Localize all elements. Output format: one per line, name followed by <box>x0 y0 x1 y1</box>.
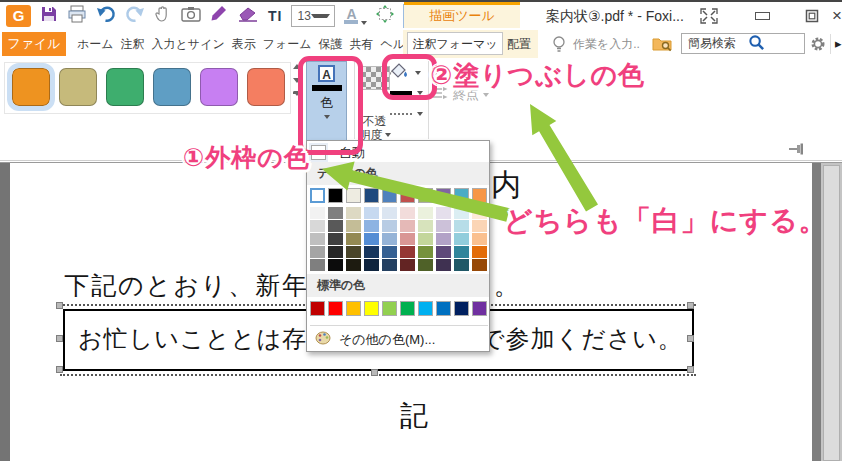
color-swatch[interactable] <box>328 246 343 258</box>
color-swatch[interactable] <box>436 207 451 219</box>
color-swatch[interactable] <box>418 246 433 258</box>
text-tool-icon[interactable]: TI <box>268 8 282 24</box>
color-swatch[interactable] <box>454 246 469 258</box>
color-swatch[interactable] <box>436 220 451 232</box>
color-swatch[interactable] <box>106 68 144 106</box>
color-swatch[interactable] <box>400 220 415 232</box>
color-swatch[interactable] <box>364 220 379 232</box>
more-colors-item[interactable]: その他の色(M)... <box>307 328 489 351</box>
color-swatch[interactable] <box>364 188 379 203</box>
color-swatch[interactable] <box>382 188 397 203</box>
chevron-down-icon[interactable] <box>311 14 331 18</box>
color-swatch[interactable] <box>200 68 238 106</box>
tab-share[interactable]: 共有 <box>350 36 374 53</box>
color-swatch[interactable] <box>328 207 343 219</box>
color-swatch[interactable] <box>59 68 97 106</box>
color-swatch[interactable] <box>418 220 433 232</box>
color-swatch[interactable] <box>328 301 343 316</box>
color-swatch[interactable] <box>436 188 451 203</box>
tab-protect[interactable]: 保護 <box>319 36 343 53</box>
tab-view[interactable]: 表示 <box>232 36 256 53</box>
color-swatch[interactable] <box>400 259 415 271</box>
color-swatch[interactable] <box>364 233 379 245</box>
color-swatch[interactable] <box>346 246 361 258</box>
color-swatch[interactable] <box>346 188 361 203</box>
resize-handle[interactable] <box>56 366 63 373</box>
restore-button[interactable] <box>801 6 823 26</box>
tell-me-box[interactable]: 作業を入力.. <box>573 30 640 58</box>
color-swatch[interactable] <box>472 220 487 232</box>
color-swatch[interactable] <box>328 188 343 203</box>
color-swatch[interactable] <box>328 259 343 271</box>
resize-handle[interactable] <box>56 302 63 309</box>
color-swatch[interactable] <box>418 188 433 203</box>
resize-handle[interactable] <box>687 366 694 373</box>
color-swatch[interactable] <box>472 246 487 258</box>
redo-icon[interactable] <box>125 5 145 27</box>
pencil-icon[interactable] <box>210 4 228 28</box>
color-swatch[interactable] <box>436 233 451 245</box>
color-swatch[interactable] <box>328 233 343 245</box>
color-swatch[interactable] <box>382 301 397 316</box>
pin-ribbon-icon[interactable] <box>788 142 806 160</box>
color-swatch[interactable] <box>364 246 379 258</box>
color-swatch[interactable] <box>472 259 487 271</box>
color-swatch[interactable] <box>400 301 415 316</box>
fit-visible-icon[interactable] <box>376 5 394 27</box>
folder-search-icon[interactable] <box>652 36 672 56</box>
color-swatch[interactable] <box>436 301 451 316</box>
color-swatch[interactable] <box>364 301 379 316</box>
search-icon[interactable] <box>742 34 805 54</box>
color-swatch[interactable] <box>472 233 487 245</box>
chevron-down-icon[interactable] <box>417 112 423 116</box>
collapse-ribbon-icon[interactable]: ▸ <box>830 34 842 54</box>
hand-tool-icon[interactable] <box>154 5 172 27</box>
color-swatch[interactable] <box>382 246 397 258</box>
color-swatch[interactable] <box>310 233 325 245</box>
line-style-button[interactable] <box>390 112 423 116</box>
color-swatch[interactable] <box>364 259 379 271</box>
color-swatch[interactable] <box>328 220 343 232</box>
undo-icon[interactable] <box>96 5 116 27</box>
quick-search-input[interactable]: 簡易検索 <box>681 33 805 54</box>
font-color-button[interactable]: A <box>344 8 367 25</box>
color-swatch[interactable] <box>418 207 433 219</box>
resize-handle[interactable] <box>56 335 63 342</box>
color-swatch[interactable] <box>310 188 325 203</box>
color-swatch[interactable] <box>418 233 433 245</box>
color-swatch[interactable] <box>454 188 469 203</box>
file-menu-button[interactable]: ファイル <box>2 32 66 56</box>
color-swatch[interactable] <box>418 259 433 271</box>
resize-handle[interactable] <box>371 369 378 376</box>
color-swatch[interactable] <box>418 301 433 316</box>
color-swatch[interactable] <box>346 207 361 219</box>
color-swatch[interactable] <box>12 68 50 106</box>
color-swatch[interactable] <box>454 259 469 271</box>
tab-form[interactable]: フォーム <box>263 36 312 53</box>
color-swatch[interactable] <box>247 68 285 106</box>
snapshot-icon[interactable] <box>181 6 201 26</box>
color-swatch[interactable] <box>310 220 325 232</box>
font-size-combo[interactable]: 13 <box>291 5 335 27</box>
tab-arrange[interactable]: 配置 <box>507 32 531 56</box>
resize-handle[interactable] <box>687 302 694 309</box>
color-swatch[interactable] <box>310 246 325 258</box>
color-swatch[interactable] <box>382 233 397 245</box>
color-swatch[interactable] <box>310 259 325 271</box>
foxit-logo-icon[interactable]: G <box>6 5 31 27</box>
color-swatch[interactable] <box>346 301 361 316</box>
save-icon[interactable] <box>40 5 58 27</box>
tab-home[interactable]: ホーム <box>77 36 114 53</box>
minimize-button[interactable] <box>751 6 773 26</box>
color-swatch[interactable] <box>310 207 325 219</box>
tab-fill-sign[interactable]: 入力とサイン <box>152 36 225 53</box>
color-swatch[interactable] <box>346 220 361 232</box>
color-swatch[interactable] <box>382 220 397 232</box>
toggle-ui-icon[interactable] <box>698 6 720 26</box>
color-swatch[interactable] <box>454 220 469 232</box>
print-icon[interactable] <box>67 5 87 27</box>
color-swatch[interactable] <box>382 207 397 219</box>
close-button[interactable]: × <box>826 6 842 26</box>
color-swatch[interactable] <box>153 68 191 106</box>
color-swatch[interactable] <box>472 301 487 316</box>
